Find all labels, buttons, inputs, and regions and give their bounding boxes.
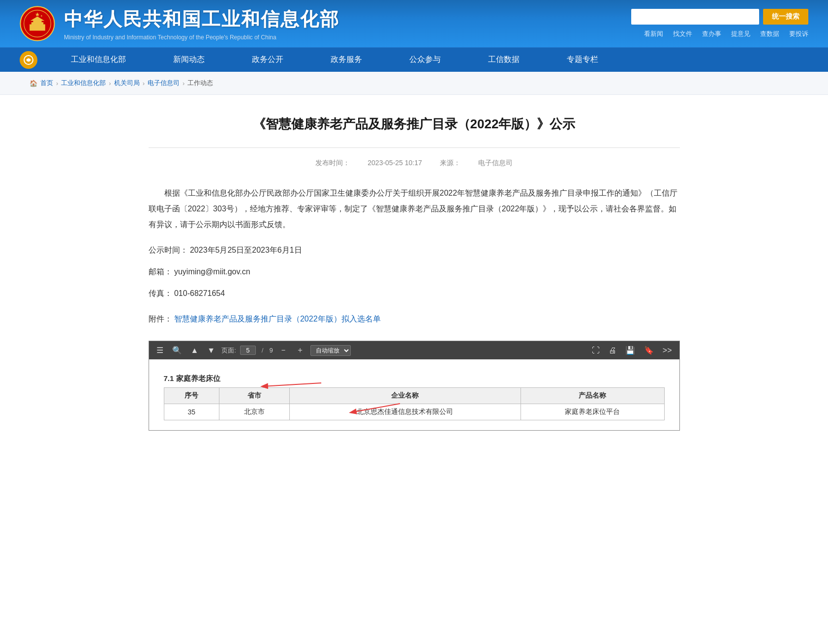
meta-source-label: 来源： bbox=[440, 159, 460, 167]
info-fax: 010-68271654 bbox=[174, 289, 225, 297]
site-title-cn: 中华人民共和国工业和信息化部 bbox=[64, 7, 339, 32]
svg-rect-2 bbox=[30, 24, 45, 30]
info-fax-label: 传真： bbox=[149, 289, 172, 297]
nav-item-public[interactable]: 公众参与 bbox=[386, 48, 464, 72]
pdf-zoom-in-btn[interactable]: ＋ bbox=[294, 344, 307, 356]
info-fax-line: 传真： 010-68271654 bbox=[149, 286, 680, 301]
article-divider bbox=[149, 147, 680, 148]
breadcrumb-sep-4: › bbox=[183, 80, 184, 87]
nav-item-data[interactable]: 工信数据 bbox=[464, 48, 543, 72]
pdf-bookmark-btn[interactable]: 🔖 bbox=[642, 345, 656, 356]
pdf-toolbar: ☰ 🔍 ▲ ▼ 页面: / 9 － ＋ 自动缩放 ⛶ 🖨 💾 🔖 >> bbox=[149, 341, 679, 359]
header-link-affairs[interactable]: 查办事 bbox=[702, 29, 721, 38]
table-header-col-0: 序号 bbox=[164, 388, 219, 404]
search-input[interactable] bbox=[631, 9, 759, 25]
pdf-table-section: 7.1 家庭养老床位 序号 省市 企业名称 产品名称 35 北京市 bbox=[164, 374, 665, 420]
pdf-content: 7.1 家庭养老床位 序号 省市 企业名称 产品名称 35 北京市 bbox=[149, 359, 679, 430]
breadcrumb-current: 工作动态 bbox=[187, 79, 213, 88]
nav-item-news[interactable]: 新闻动态 bbox=[150, 48, 228, 72]
nav-logo-icon bbox=[20, 51, 37, 69]
attachment-label: 附件： bbox=[149, 315, 172, 323]
breadcrumb-sep-2: › bbox=[109, 80, 111, 87]
header-link-data[interactable]: 查数据 bbox=[760, 29, 779, 38]
attachment-line: 附件： 智慧健康养老产品及服务推广目录（2022年版）拟入选名单 bbox=[149, 311, 680, 327]
header-left: 中华人民共和国工业和信息化部 Ministry of Industry and … bbox=[20, 6, 339, 41]
table-header-col-1: 省市 bbox=[219, 388, 290, 404]
article-title: 《智慧健康养老产品及服务推广目录（2022年版）》公示 bbox=[149, 115, 680, 134]
pdf-prev-btn[interactable]: ▲ bbox=[188, 345, 201, 356]
breadcrumb-home-icon: 🏠 bbox=[30, 80, 37, 87]
pdf-save-btn[interactable]: 💾 bbox=[623, 345, 638, 356]
header-title-block: 中华人民共和国工业和信息化部 Ministry of Industry and … bbox=[64, 7, 339, 41]
site-title-en: Ministry of Industry and Information Tec… bbox=[64, 34, 339, 41]
info-period: 2023年5月25日至2023年6月1日 bbox=[190, 246, 302, 254]
info-email-label: 邮箱： bbox=[149, 267, 172, 276]
pdf-total-pages: 9 bbox=[269, 347, 273, 354]
pdf-more-btn[interactable]: >> bbox=[660, 345, 675, 356]
header-link-complaint[interactable]: 要投诉 bbox=[789, 29, 808, 38]
attachment-link[interactable]: 智慧健康养老产品及服务推广目录（2022年版）拟入选名单 bbox=[174, 315, 381, 323]
info-period-line: 公示时间： 2023年5月25日至2023年6月1日 bbox=[149, 242, 680, 258]
breadcrumb-bureau[interactable]: 机关司局 bbox=[114, 79, 140, 88]
table-cell-company: 北京思杰佳通信息技术有限公司 bbox=[289, 404, 521, 420]
pdf-toggle-sidebar-btn[interactable]: ☰ bbox=[154, 345, 166, 356]
header-links: 看新闻 找文件 查办事 提意见 查数据 要投诉 bbox=[644, 29, 808, 38]
svg-line-9 bbox=[262, 383, 321, 386]
nav-items: 工业和信息化部 新闻动态 政务公开 政务服务 公众参与 工信数据 专题专栏 bbox=[47, 48, 622, 72]
pdf-fullscreen-btn[interactable]: ⛶ bbox=[589, 345, 602, 356]
table-header-col-2: 企业名称 bbox=[289, 388, 521, 404]
breadcrumb-dept[interactable]: 电子信息司 bbox=[148, 79, 180, 88]
info-email-line: 邮箱： yuyiming@miit.gov.cn bbox=[149, 264, 680, 280]
search-button[interactable]: 统一搜索 bbox=[763, 9, 808, 25]
header: 中华人民共和国工业和信息化部 Ministry of Industry and … bbox=[0, 0, 828, 47]
pdf-zoom-select[interactable]: 自动缩放 bbox=[310, 345, 351, 356]
table-cell-city: 北京市 bbox=[219, 404, 290, 420]
header-link-files[interactable]: 找文件 bbox=[673, 29, 692, 38]
table-cell-product: 家庭养老床位平台 bbox=[521, 404, 664, 420]
pdf-table: 序号 省市 企业名称 产品名称 35 北京市 北京思杰佳通信息技术有限公司 家庭… bbox=[164, 387, 665, 420]
pdf-search-btn[interactable]: 🔍 bbox=[170, 345, 184, 356]
meta-date-label: 发布时间： bbox=[315, 159, 350, 167]
header-link-news[interactable]: 看新闻 bbox=[644, 29, 663, 38]
body-paragraph-1: 根据《工业和信息化部办公厅民政部办公厅国家卫生健康委办公厅关于组织开展2022年… bbox=[149, 185, 680, 233]
table-header-col-3: 产品名称 bbox=[521, 388, 664, 404]
info-period-label: 公示时间： bbox=[149, 246, 188, 254]
nav-logo bbox=[20, 51, 37, 69]
pdf-section-title: 7.1 家庭养老床位 bbox=[164, 374, 665, 383]
meta-date: 2023-05-25 10:17 bbox=[368, 159, 422, 167]
breadcrumb-sep-3: › bbox=[143, 80, 145, 87]
breadcrumb-sep-1: › bbox=[56, 80, 58, 87]
nav-bar: 工业和信息化部 新闻动态 政务公开 政务服务 公众参与 工信数据 专题专栏 bbox=[0, 47, 828, 72]
breadcrumb: 🏠 首页 › 工业和信息化部 › 机关司局 › 电子信息司 › 工作动态 bbox=[0, 72, 828, 95]
header-link-suggest[interactable]: 提意见 bbox=[731, 29, 750, 38]
pdf-next-btn[interactable]: ▼ bbox=[205, 345, 217, 356]
nav-item-special[interactable]: 专题专栏 bbox=[543, 48, 622, 72]
table-header-row: 序号 省市 企业名称 产品名称 bbox=[164, 388, 664, 404]
pdf-viewer: ☰ 🔍 ▲ ▼ 页面: / 9 － ＋ 自动缩放 ⛶ 🖨 💾 🔖 >> 7.1 … bbox=[149, 341, 680, 431]
pdf-page-input[interactable] bbox=[240, 346, 256, 355]
search-row: 统一搜索 bbox=[631, 9, 808, 25]
main-content: 《智慧健康养老产品及服务推广目录（2022年版）》公示 发布时间： 2023-0… bbox=[119, 95, 709, 460]
pdf-page-sep: / bbox=[262, 347, 264, 354]
nav-item-ministry[interactable]: 工业和信息化部 bbox=[47, 48, 150, 72]
table-cell-seq: 35 bbox=[164, 404, 219, 420]
meta-source: 电子信息司 bbox=[478, 159, 513, 167]
nav-item-gov-service[interactable]: 政务服务 bbox=[307, 48, 386, 72]
breadcrumb-ministry[interactable]: 工业和信息化部 bbox=[61, 79, 106, 88]
pdf-zoom-out-btn[interactable]: － bbox=[277, 344, 290, 356]
info-email: yuyiming@miit.gov.cn bbox=[174, 267, 250, 276]
pdf-print-btn[interactable]: 🖨 bbox=[606, 345, 619, 356]
table-row: 35 北京市 北京思杰佳通信息技术有限公司 家庭养老床位平台 bbox=[164, 404, 664, 420]
nav-item-gov-open[interactable]: 政务公开 bbox=[228, 48, 307, 72]
header-right: 统一搜索 看新闻 找文件 查办事 提意见 查数据 要投诉 bbox=[631, 9, 808, 38]
article-meta: 发布时间： 2023-05-25 10:17 来源： 电子信息司 bbox=[149, 159, 680, 168]
national-emblem bbox=[20, 6, 55, 41]
article-body: 根据《工业和信息化部办公厅民政部办公厅国家卫生健康委办公厅关于组织开展2022年… bbox=[149, 185, 680, 327]
breadcrumb-home[interactable]: 首页 bbox=[40, 79, 53, 88]
pdf-page-label: 页面: bbox=[221, 346, 236, 355]
